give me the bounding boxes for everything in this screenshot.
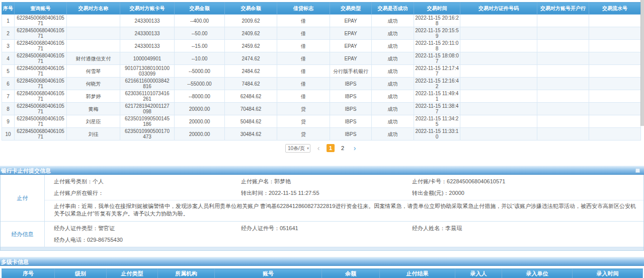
table-cell	[460, 40, 537, 52]
stop-payment-box: 止付 止付账号类别：个人 止付账户名：郭梦艳 止付账/卡号：6228450068…	[0, 175, 644, 251]
table-cell: 30484.62	[225, 128, 277, 141]
field-account-name: 止付账户名：郭梦艳	[241, 176, 412, 187]
col-header-account: 账号	[215, 269, 322, 278]
multi-card-title: 多级卡信息	[1, 259, 29, 265]
table-cell	[589, 40, 641, 52]
table-cell: EPAY	[330, 15, 372, 27]
field-account-bank: 止付账户所在银行：	[45, 187, 241, 199]
table-cell	[537, 115, 589, 128]
col-header-counterparty-id: 交易对方证件号码	[460, 3, 537, 15]
table-cell: 1000049901	[120, 52, 175, 65]
table-cell	[589, 78, 641, 90]
table-cell: 2022-11-15 18:08:07	[414, 52, 460, 65]
table-cell: 6235010990500145186	[120, 115, 175, 128]
table-cell: --8000.00	[175, 90, 225, 103]
table-cell: 243300133	[120, 40, 175, 52]
table-cell: EPAY	[330, 27, 372, 40]
table-cell: 2022-11-15 12:17:47	[414, 65, 460, 78]
next-page-button[interactable]: ›	[351, 144, 359, 152]
table-cell: 4	[2, 52, 15, 65]
table-cell	[537, 128, 589, 141]
multi-card-table: 序号 级别 止付类型 所属机构 账号 余额 止付结果 录入人 录入单位 录入时间…	[2, 268, 643, 278]
table-cell	[460, 27, 537, 40]
table-cell: 成功	[372, 40, 414, 52]
page-button-2[interactable]: 2	[339, 144, 347, 152]
col-header-seq: 序号	[2, 269, 55, 278]
multi-card-section: 多级卡信息 序号 级别 止付类型 所属机构 账号 余额 止付结果 录入人 录	[0, 257, 644, 278]
table-cell	[537, 27, 589, 40]
table-cell: --10.00	[175, 52, 225, 65]
field-account-category: 止付账号类别：个人	[45, 176, 241, 187]
table-cell: 20000.00	[175, 103, 225, 115]
table-cell	[460, 78, 537, 90]
table-cell: 借	[277, 65, 330, 78]
table-cell: --400.00	[175, 15, 225, 27]
col-header-seq: 序号	[2, 3, 15, 15]
table-cell: 成功	[372, 115, 414, 128]
table-cell: 贷	[277, 115, 330, 128]
col-header-counterparty-bank: 交易对方账号开户行	[537, 3, 589, 15]
table-cell: IBPS	[330, 78, 372, 90]
table-cell: 20000.00	[175, 115, 225, 128]
prev-page-button[interactable]: ‹	[314, 144, 323, 152]
table-row: 106228450068040610571刘佳62350109905001704…	[2, 128, 641, 141]
table-cell: 10	[2, 128, 15, 141]
table-cell: --5000.00	[175, 65, 225, 78]
page-size-label: 10条/页	[288, 146, 305, 151]
table-cell: 黄梅	[67, 103, 120, 115]
table-cell: 8	[2, 103, 15, 115]
vertical-scrollbar[interactable]	[640, 0, 644, 126]
table-cell: 2474.62	[225, 52, 277, 65]
table-row: 16228450068040610571243300133--400.00200…	[2, 15, 641, 27]
col-header-balance: 余额	[322, 269, 380, 278]
table-cell: 2022-11-15 11:33:10	[414, 128, 460, 141]
table-cell: 成功	[372, 103, 414, 115]
table-cell	[589, 90, 641, 103]
table-cell	[460, 128, 537, 141]
table-cell: 6228450068040610571	[15, 90, 67, 103]
table-cell: 6228450068040610571	[15, 27, 67, 40]
page: 序号 查询账号 交易对方名称 交易对方账卡号 交易金额 交易余额 借贷标志 交易…	[0, 0, 644, 278]
table-cell	[67, 40, 120, 52]
table-cell: 6228450068040610571	[15, 78, 67, 90]
handler-info-group: 经办信息 经办人证件类型：警官证 经办人证件号：051641 经办人姓名：李晨琨…	[1, 221, 643, 247]
table-cell	[537, 52, 589, 65]
table-cell	[537, 65, 589, 78]
table-cell: EPAY	[330, 52, 372, 65]
transactions-header-row: 序号 查询账号 交易对方名称 交易对方账卡号 交易金额 交易余额 借贷标志 交易…	[2, 3, 641, 15]
col-header-entry-unit: 录入单位	[502, 269, 573, 278]
table-cell: 郭梦婷	[67, 90, 120, 103]
col-header-entry-time: 录入时间	[573, 269, 643, 278]
table-cell: 2459.62	[225, 40, 277, 52]
table-row: 86228450068040610571黄梅621728194200112709…	[2, 103, 641, 115]
chevron-down-icon: ▾	[307, 145, 309, 152]
box-footer-strip	[1, 247, 643, 250]
group-label-handler: 经办信息	[1, 222, 45, 247]
table-cell	[589, 27, 641, 40]
field-stop-reason: 止付事由：近期，我单位在接报刘妮被骗警情中，发现涉案人员利用贵单位相关账户 曹鸿…	[45, 200, 643, 220]
table-cell: 借	[277, 52, 330, 65]
field-handler-phone: 经办人电话：029-86755430	[45, 234, 241, 246]
table-cell: 成功	[372, 90, 414, 103]
table-cell	[589, 52, 641, 65]
page-size-select[interactable]: 10条/页 ▾	[285, 144, 310, 153]
col-header-stop-result: 止付结果	[380, 269, 455, 278]
page-button-1[interactable]: 1	[327, 144, 335, 152]
table-cell	[537, 78, 589, 90]
table-cell: 70484.62	[225, 103, 277, 115]
table-cell: 6228450068040610571	[15, 65, 67, 78]
col-header-counterparty-name: 交易对方名称	[67, 3, 120, 15]
table-cell: 6228450068040610571	[15, 103, 67, 115]
table-cell: 2022-11-15 11:38:47	[414, 103, 460, 115]
table-cell: 2009.62	[225, 15, 277, 27]
table-cell	[460, 115, 537, 128]
transactions-table: 序号 查询账号 交易对方名称 交易对方账卡号 交易金额 交易余额 借贷标志 交易…	[2, 2, 641, 141]
col-header-query-account: 查询账号	[15, 3, 67, 15]
field-handler-id-type: 经办人证件类型：警官证	[45, 223, 241, 234]
collapse-icon[interactable]	[635, 168, 640, 173]
table-cell: 贷	[277, 128, 330, 141]
table-cell: 7	[2, 90, 15, 103]
table-cell: 成功	[372, 78, 414, 90]
table-cell	[460, 90, 537, 103]
table-cell: --55000.00	[175, 78, 225, 90]
